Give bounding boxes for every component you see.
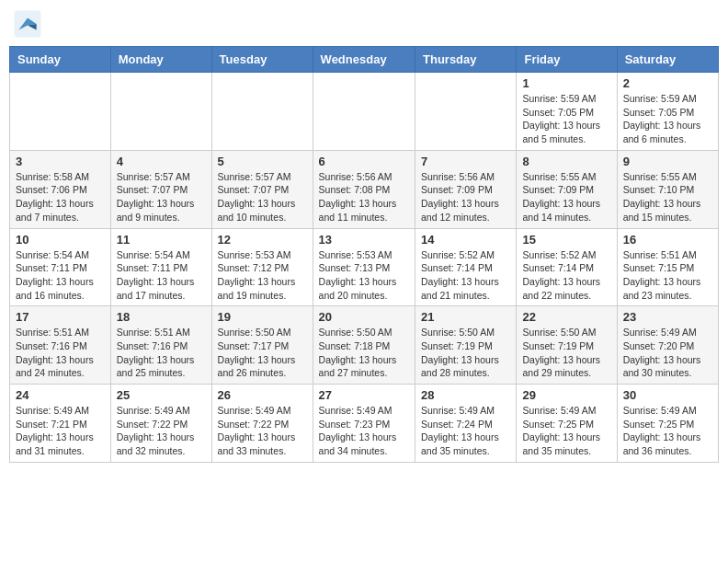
day-info: Sunrise: 5:50 AMSunset: 7:17 PMDaylight:…	[218, 326, 307, 380]
day-number: 28	[421, 388, 510, 402]
day-info: Sunrise: 5:49 AMSunset: 7:22 PMDaylight:…	[218, 404, 307, 458]
day-number: 3	[16, 155, 105, 168]
day-info: Sunrise: 5:51 AMSunset: 7:16 PMDaylight:…	[16, 326, 105, 380]
day-info: Sunrise: 5:49 AMSunset: 7:25 PMDaylight:…	[623, 404, 712, 458]
logo	[13, 9, 46, 39]
day-cell: 4Sunrise: 5:57 AMSunset: 7:07 PMDaylight…	[110, 150, 211, 228]
day-number: 27	[319, 388, 409, 402]
day-number: 8	[522, 155, 610, 168]
day-cell	[10, 73, 111, 151]
day-cell: 5Sunrise: 5:57 AMSunset: 7:07 PMDaylight…	[211, 150, 313, 228]
day-number: 26	[218, 388, 307, 402]
day-info: Sunrise: 5:49 AMSunset: 7:20 PMDaylight:…	[623, 326, 712, 380]
day-cell: 28Sunrise: 5:49 AMSunset: 7:24 PMDayligh…	[415, 385, 517, 463]
day-info: Sunrise: 5:57 AMSunset: 7:07 PMDaylight:…	[117, 170, 206, 224]
day-cell: 21Sunrise: 5:50 AMSunset: 7:19 PMDayligh…	[415, 306, 517, 385]
day-info: Sunrise: 5:50 AMSunset: 7:18 PMDaylight:…	[319, 326, 409, 380]
day-cell: 12Sunrise: 5:53 AMSunset: 7:12 PMDayligh…	[211, 228, 313, 306]
day-info: Sunrise: 5:49 AMSunset: 7:25 PMDaylight:…	[522, 404, 610, 458]
day-cell	[313, 73, 415, 151]
day-cell: 20Sunrise: 5:50 AMSunset: 7:18 PMDayligh…	[313, 306, 415, 385]
day-number: 14	[421, 233, 510, 247]
day-cell: 17Sunrise: 5:51 AMSunset: 7:16 PMDayligh…	[10, 306, 111, 385]
day-cell: 26Sunrise: 5:49 AMSunset: 7:22 PMDayligh…	[211, 385, 313, 463]
week-row-0: 1Sunrise: 5:59 AMSunset: 7:05 PMDaylight…	[10, 73, 719, 151]
day-info: Sunrise: 5:51 AMSunset: 7:15 PMDaylight:…	[623, 248, 712, 303]
day-info: Sunrise: 5:59 AMSunset: 7:05 PMDaylight:…	[623, 92, 712, 146]
day-cell: 14Sunrise: 5:52 AMSunset: 7:14 PMDayligh…	[415, 228, 517, 306]
day-number: 23	[623, 310, 712, 324]
day-number: 19	[218, 310, 307, 324]
weekday-header-saturday: Saturday	[617, 47, 718, 73]
day-cell: 23Sunrise: 5:49 AMSunset: 7:20 PMDayligh…	[617, 306, 718, 385]
day-info: Sunrise: 5:54 AMSunset: 7:11 PMDaylight:…	[16, 248, 105, 303]
day-cell: 6Sunrise: 5:56 AMSunset: 7:08 PMDaylight…	[313, 150, 415, 228]
day-number: 10	[16, 233, 105, 247]
day-cell: 9Sunrise: 5:55 AMSunset: 7:10 PMDaylight…	[617, 150, 718, 228]
weekday-header-friday: Friday	[517, 47, 617, 73]
day-number: 7	[421, 155, 510, 168]
day-cell	[110, 73, 211, 151]
day-number: 24	[16, 388, 105, 402]
day-number: 11	[117, 233, 206, 247]
day-cell: 25Sunrise: 5:49 AMSunset: 7:22 PMDayligh…	[110, 385, 211, 463]
page-header	[9, 9, 719, 39]
day-cell	[415, 73, 517, 151]
day-info: Sunrise: 5:58 AMSunset: 7:06 PMDaylight:…	[16, 170, 105, 224]
day-cell: 22Sunrise: 5:50 AMSunset: 7:19 PMDayligh…	[517, 306, 617, 385]
day-info: Sunrise: 5:49 AMSunset: 7:24 PMDaylight:…	[421, 404, 510, 458]
day-number: 22	[522, 310, 610, 324]
day-number: 20	[319, 310, 409, 324]
day-info: Sunrise: 5:55 AMSunset: 7:09 PMDaylight:…	[522, 170, 610, 224]
day-cell: 11Sunrise: 5:54 AMSunset: 7:11 PMDayligh…	[110, 228, 211, 306]
day-number: 30	[623, 388, 712, 402]
day-number: 15	[522, 233, 610, 247]
day-info: Sunrise: 5:52 AMSunset: 7:14 PMDaylight:…	[421, 248, 510, 303]
day-info: Sunrise: 5:51 AMSunset: 7:16 PMDaylight:…	[117, 326, 206, 380]
day-number: 13	[319, 233, 409, 247]
day-number: 25	[117, 388, 206, 402]
day-cell: 7Sunrise: 5:56 AMSunset: 7:09 PMDaylight…	[415, 150, 517, 228]
day-info: Sunrise: 5:49 AMSunset: 7:22 PMDaylight:…	[117, 404, 206, 458]
week-row-3: 17Sunrise: 5:51 AMSunset: 7:16 PMDayligh…	[10, 306, 719, 385]
day-cell: 10Sunrise: 5:54 AMSunset: 7:11 PMDayligh…	[10, 228, 111, 306]
day-cell: 3Sunrise: 5:58 AMSunset: 7:06 PMDaylight…	[10, 150, 111, 228]
day-info: Sunrise: 5:49 AMSunset: 7:23 PMDaylight:…	[319, 404, 409, 458]
day-info: Sunrise: 5:57 AMSunset: 7:07 PMDaylight:…	[218, 170, 307, 224]
day-info: Sunrise: 5:56 AMSunset: 7:09 PMDaylight:…	[421, 170, 510, 224]
day-number: 4	[117, 155, 206, 168]
day-cell: 13Sunrise: 5:53 AMSunset: 7:13 PMDayligh…	[313, 228, 415, 306]
day-number: 21	[421, 310, 510, 324]
day-cell: 2Sunrise: 5:59 AMSunset: 7:05 PMDaylight…	[617, 73, 718, 151]
day-cell: 24Sunrise: 5:49 AMSunset: 7:21 PMDayligh…	[10, 385, 111, 463]
day-number: 1	[522, 76, 610, 90]
day-info: Sunrise: 5:50 AMSunset: 7:19 PMDaylight:…	[522, 326, 610, 380]
weekday-header-thursday: Thursday	[415, 47, 517, 73]
day-cell: 19Sunrise: 5:50 AMSunset: 7:17 PMDayligh…	[211, 306, 313, 385]
day-number: 18	[117, 310, 206, 324]
week-row-2: 10Sunrise: 5:54 AMSunset: 7:11 PMDayligh…	[10, 228, 719, 306]
day-info: Sunrise: 5:54 AMSunset: 7:11 PMDaylight:…	[117, 248, 206, 303]
day-number: 16	[623, 233, 712, 247]
day-info: Sunrise: 5:53 AMSunset: 7:12 PMDaylight:…	[218, 248, 307, 303]
day-info: Sunrise: 5:56 AMSunset: 7:08 PMDaylight:…	[319, 170, 409, 224]
day-info: Sunrise: 5:52 AMSunset: 7:14 PMDaylight:…	[522, 248, 610, 303]
day-cell: 15Sunrise: 5:52 AMSunset: 7:14 PMDayligh…	[517, 228, 617, 306]
day-number: 17	[16, 310, 105, 324]
day-number: 9	[623, 155, 712, 168]
day-info: Sunrise: 5:59 AMSunset: 7:05 PMDaylight:…	[522, 92, 610, 146]
week-row-4: 24Sunrise: 5:49 AMSunset: 7:21 PMDayligh…	[10, 385, 719, 463]
weekday-header-row: SundayMondayTuesdayWednesdayThursdayFrid…	[10, 47, 719, 73]
day-cell: 29Sunrise: 5:49 AMSunset: 7:25 PMDayligh…	[517, 385, 617, 463]
day-number: 29	[522, 388, 610, 402]
day-cell: 30Sunrise: 5:49 AMSunset: 7:25 PMDayligh…	[617, 385, 718, 463]
week-row-1: 3Sunrise: 5:58 AMSunset: 7:06 PMDaylight…	[10, 150, 719, 228]
day-cell: 16Sunrise: 5:51 AMSunset: 7:15 PMDayligh…	[617, 228, 718, 306]
day-info: Sunrise: 5:55 AMSunset: 7:10 PMDaylight:…	[623, 170, 712, 224]
day-number: 12	[218, 233, 307, 247]
calendar-table: SundayMondayTuesdayWednesdayThursdayFrid…	[9, 46, 719, 463]
day-cell: 1Sunrise: 5:59 AMSunset: 7:05 PMDaylight…	[517, 73, 617, 151]
weekday-header-wednesday: Wednesday	[313, 47, 415, 73]
weekday-header-sunday: Sunday	[10, 47, 111, 73]
weekday-header-tuesday: Tuesday	[211, 47, 313, 73]
